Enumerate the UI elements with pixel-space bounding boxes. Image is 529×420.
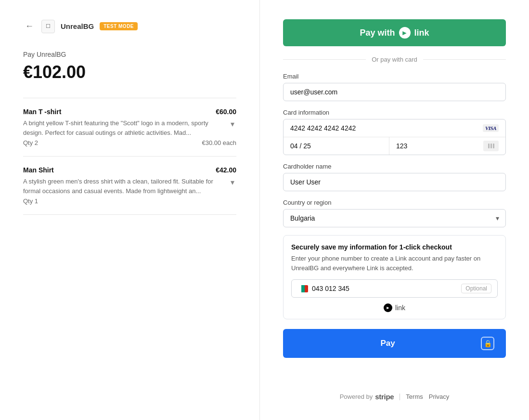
unit-price: €30.00 each	[202, 139, 236, 146]
link-footer-row: ► link	[291, 303, 498, 319]
divider-text: Or pay with card	[372, 56, 417, 63]
header-bar: ← ☐ UnrealBG TEST MODE	[23, 19, 236, 33]
optional-label: Optional	[461, 284, 491, 293]
cvc-stripe	[493, 144, 494, 148]
pay-button[interactable]: Pay 🔒	[283, 329, 506, 358]
card-info-box: VISA	[283, 119, 506, 155]
cardholder-label: Cardholder name	[283, 163, 506, 170]
footer-divider	[400, 394, 400, 400]
footer: Powered by stripe Terms Privacy	[283, 383, 506, 401]
powered-by-text: Powered by	[340, 393, 373, 400]
privacy-link[interactable]: Privacy	[429, 393, 450, 400]
card-cvc-input[interactable]	[396, 137, 480, 155]
country-group: Country or region Bulgaria Germany Franc…	[283, 199, 506, 227]
expand-button[interactable]: ▾	[229, 119, 236, 129]
item-qty: Qty 2 €30.00 each	[23, 139, 236, 146]
country-label: Country or region	[283, 199, 506, 206]
test-mode-badge: TEST MODE	[100, 22, 138, 30]
pay-with-link-button[interactable]: Pay with ► link	[283, 19, 506, 46]
back-icon: ←	[25, 21, 34, 31]
cardholder-group: Cardholder name	[283, 163, 506, 191]
pay-button-label: Pay	[295, 339, 481, 348]
divider-line	[283, 59, 366, 60]
terms-link[interactable]: Terms	[406, 393, 423, 400]
item-price: €42.00	[216, 166, 236, 174]
item-qty: Qty 1	[23, 197, 236, 205]
link-logo-icon: ►	[384, 303, 392, 312]
bulgaria-flag-icon	[297, 285, 308, 292]
order-item: Man T -shirt €60.00 A bright yellow T-sh…	[23, 98, 236, 157]
order-items: Man T -shirt €60.00 A bright yellow T-sh…	[23, 98, 236, 215]
save-info-desc: Enter your phone number to create a Link…	[291, 254, 498, 273]
save-info-title: Securely save my information for 1-click…	[291, 243, 498, 251]
powered-by: Powered by stripe	[340, 393, 394, 401]
qty-label: Qty 2	[23, 139, 38, 146]
amount: €102.00	[23, 62, 236, 82]
cvc-stripe	[490, 144, 492, 148]
item-description: A bright yellow T-shirt featuring the "S…	[23, 118, 227, 137]
card-info-label: Card information	[283, 109, 506, 116]
item-header: Man Shirt €42.00	[23, 166, 236, 174]
pay-with-link-text: Pay with	[360, 28, 395, 38]
cvc-row	[389, 137, 505, 155]
stripe-logo: stripe	[375, 393, 394, 401]
link-text: link	[395, 304, 405, 312]
divider-row: Or pay with card	[283, 56, 506, 63]
pay-label: Pay UnrealBG	[23, 51, 236, 58]
expand-button[interactable]: ▾	[229, 178, 236, 187]
flag-red	[305, 285, 308, 292]
card-number-input[interactable]	[290, 124, 479, 132]
store-name: UnrealBG	[61, 22, 94, 30]
flag-white	[297, 285, 301, 292]
flag-green	[301, 285, 305, 292]
item-desc-row: A bright yellow T-shirt featuring the "S…	[23, 118, 236, 137]
phone-input-row: Optional	[291, 279, 498, 298]
item-name: Man Shirt	[23, 166, 54, 174]
phone-input[interactable]	[312, 285, 457, 292]
cvc-icon-inner	[488, 144, 494, 148]
cvc-stripe	[488, 144, 490, 148]
email-label: Email	[283, 73, 506, 80]
card-number-row: VISA	[284, 119, 505, 137]
cardholder-input[interactable]	[283, 173, 506, 191]
order-item: Man Shirt €42.00 A stylish green men's d…	[23, 157, 236, 215]
lock-icon: 🔒	[481, 337, 494, 350]
card-bottom-row	[284, 137, 505, 155]
store-icon: ☐	[41, 20, 55, 33]
cvc-icon	[483, 141, 499, 151]
item-desc-row: A stylish green men's dress shirt with a…	[23, 177, 236, 196]
item-header: Man T -shirt €60.00	[23, 108, 236, 116]
item-description: A stylish green men's dress shirt with a…	[23, 177, 227, 196]
email-group: Email	[283, 73, 506, 101]
email-input[interactable]	[283, 83, 506, 101]
country-select-wrapper: Bulgaria Germany France United States ▾	[283, 209, 506, 227]
card-info-group: Card information VISA	[283, 109, 506, 155]
visa-icon: VISA	[483, 124, 499, 132]
country-select[interactable]: Bulgaria Germany France United States	[283, 209, 506, 227]
link-arrow-icon: ►	[399, 27, 411, 39]
left-panel: ← ☐ UnrealBG TEST MODE Pay UnrealBG €102…	[0, 0, 260, 420]
item-name: Man T -shirt	[23, 108, 61, 116]
store-icon-symbol: ☐	[46, 23, 51, 29]
link-bold-text: link	[414, 28, 429, 38]
card-expiry-input[interactable]	[284, 137, 389, 155]
right-panel: Pay with ► link Or pay with card Email C…	[260, 0, 529, 420]
divider-line	[423, 59, 506, 60]
save-info-box: Securely save my information for 1-click…	[283, 235, 506, 319]
back-button[interactable]: ←	[23, 19, 36, 33]
qty-label: Qty 1	[23, 197, 38, 205]
item-price: €60.00	[216, 108, 236, 116]
